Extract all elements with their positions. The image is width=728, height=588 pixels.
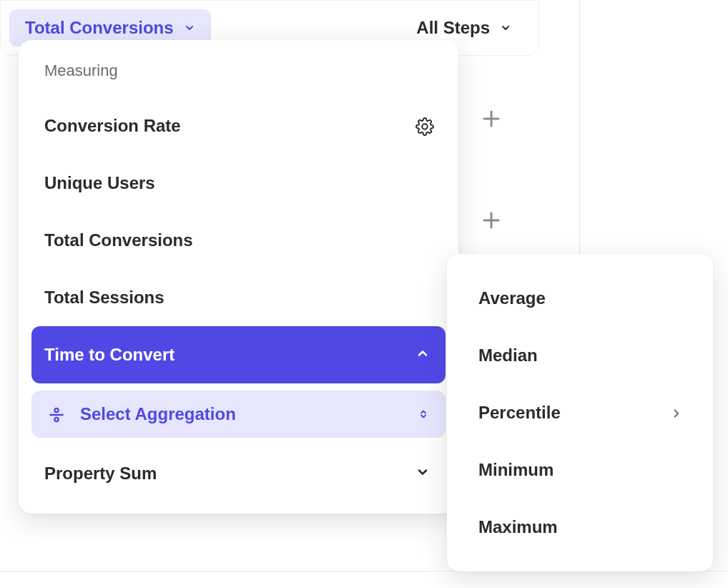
aggregation-option-label: Median xyxy=(478,346,538,366)
add-button[interactable] xyxy=(481,108,502,129)
select-aggregation-button[interactable]: Select Aggregation xyxy=(31,391,446,438)
menu-item-time-to-convert[interactable]: Time to Convert xyxy=(31,326,446,383)
measuring-dropdown: Measuring Conversion Rate Unique Users T… xyxy=(19,40,458,514)
aggregation-submenu: Average Median Percentile Minimum Maximu… xyxy=(447,254,713,572)
aggregation-option-label: Average xyxy=(478,288,546,308)
menu-item-conversion-rate[interactable]: Conversion Rate xyxy=(31,97,446,155)
aggregation-option-average[interactable]: Average xyxy=(461,270,699,327)
aggregation-option-median[interactable]: Median xyxy=(461,327,699,384)
aggregation-option-percentile[interactable]: Percentile xyxy=(461,384,699,441)
gear-icon[interactable] xyxy=(415,117,433,134)
menu-item-property-sum[interactable]: Property Sum xyxy=(31,445,446,502)
aggregation-option-minimum[interactable]: Minimum xyxy=(461,441,699,499)
aggregation-option-label: Minimum xyxy=(478,460,554,480)
chevron-down-icon xyxy=(500,22,511,34)
chevron-down-icon xyxy=(415,465,433,482)
menu-item-label: Time to Convert xyxy=(44,345,174,365)
aggregation-option-label: Percentile xyxy=(478,403,561,423)
menu-item-label: Conversion Rate xyxy=(44,116,181,136)
chevron-down-icon xyxy=(184,22,195,34)
select-aggregation-label: Select Aggregation xyxy=(80,404,236,424)
add-button[interactable] xyxy=(481,210,502,231)
svg-point-2 xyxy=(54,418,58,421)
plus-icon xyxy=(481,108,502,129)
menu-item-label: Total Sessions xyxy=(44,288,164,308)
metric-selector-label: Total Conversions xyxy=(25,18,174,38)
aggregation-icon xyxy=(47,406,64,423)
dropdown-section-label: Measuring xyxy=(31,54,446,97)
steps-selector-label: All Steps xyxy=(416,18,490,38)
chevron-right-icon xyxy=(670,407,682,418)
menu-item-total-conversions[interactable]: Total Conversions xyxy=(31,212,446,269)
sort-updown-icon xyxy=(417,408,430,421)
menu-item-unique-users[interactable]: Unique Users xyxy=(31,155,446,212)
aggregation-option-label: Maximum xyxy=(478,517,558,537)
menu-item-total-sessions[interactable]: Total Sessions xyxy=(31,269,446,326)
menu-item-label: Property Sum xyxy=(44,464,157,484)
plus-icon xyxy=(481,210,502,231)
menu-item-label: Total Conversions xyxy=(44,230,193,250)
aggregation-option-maximum[interactable]: Maximum xyxy=(461,499,699,556)
menu-item-label: Unique Users xyxy=(44,173,155,193)
chevron-up-icon xyxy=(415,346,433,363)
svg-point-0 xyxy=(54,408,58,412)
